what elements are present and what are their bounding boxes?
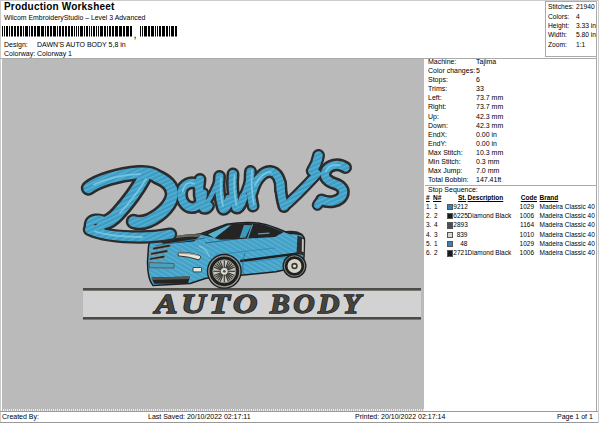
- svg-text:AUTO: AUTO: [153, 289, 261, 319]
- svg-text:BODY: BODY: [269, 289, 364, 318]
